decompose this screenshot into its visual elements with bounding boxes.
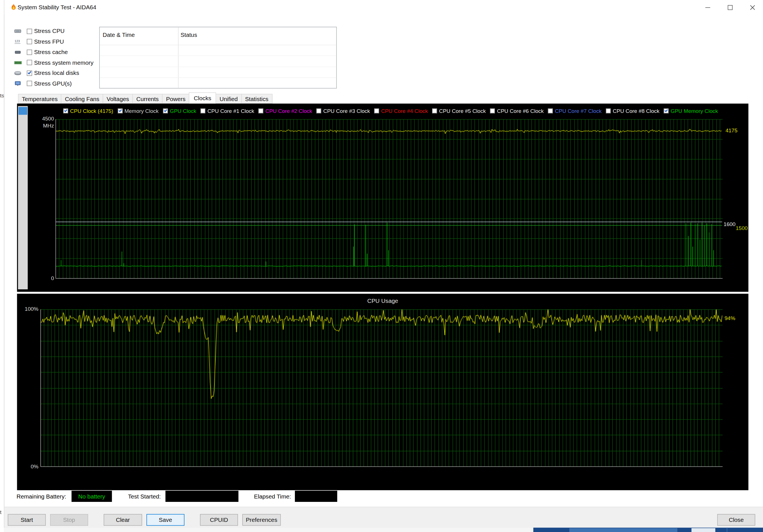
log-column-status: Status — [180, 32, 197, 38]
window-title: System Stability Test - AIDA64 — [18, 0, 96, 15]
cpu-usage-title: CPU Usage — [17, 298, 748, 304]
legend-checkbox[interactable] — [117, 108, 122, 113]
stress-fpu-checkbox[interactable] — [27, 39, 32, 44]
stress-cpu-checkbox[interactable] — [27, 29, 32, 34]
legend-checkbox[interactable] — [664, 108, 669, 113]
gpu-memory-clock-value-label: 1500 — [736, 225, 747, 231]
app-flame-icon — [10, 3, 18, 11]
taskbar-progress-fragment — [569, 528, 677, 532]
close-dialog-button[interactable]: Close — [717, 514, 755, 526]
cpu-usage-chart-canvas — [40, 310, 722, 467]
tab-voltages[interactable]: Voltages — [103, 94, 133, 104]
stress-local-disks-checkbox[interactable] — [27, 70, 32, 76]
bottom-edge-strip — [4, 528, 763, 532]
cache-icon — [14, 49, 24, 55]
memory-icon — [14, 60, 24, 65]
legend-item-memory-clock[interactable]: Memory Clock — [117, 108, 159, 114]
legend-checkbox[interactable] — [259, 108, 263, 113]
memory-clock-value-label: 1600 — [723, 221, 735, 227]
stress-row-local-disks: Stress local disks — [14, 70, 93, 76]
button-bar: Start Stop Clear Save CPUID Preferences … — [5, 507, 763, 527]
tab-statistics[interactable]: Statistics — [241, 94, 272, 104]
legend-checkbox[interactable] — [432, 108, 437, 113]
test-log-table[interactable]: Date & Time Status — [99, 27, 337, 88]
save-button[interactable]: Save — [147, 514, 184, 526]
stress-row-memory: Stress system memory — [14, 60, 93, 65]
titlebar[interactable]: System Stability Test - AIDA64 — [5, 0, 763, 15]
cpu-clock-value-label: 4175 — [725, 128, 737, 133]
log-empty-row — [100, 78, 336, 89]
legend-item-cpu-core-2[interactable]: CPU Core #2 Clock — [259, 108, 312, 114]
stress-row-cache: Stress cache — [14, 49, 93, 55]
clear-button[interactable]: Clear — [104, 514, 142, 526]
log-empty-row — [100, 67, 336, 78]
legend-item-cpu-core-3[interactable]: CPU Core #3 Clock — [317, 108, 370, 114]
disk-icon — [14, 70, 24, 76]
legend-item-cpu-core-5[interactable]: CPU Core #5 Clock — [432, 108, 486, 114]
sensor-tabs: Temperatures Cooling Fans Voltages Curre… — [18, 93, 272, 104]
stress-system-memory-checkbox[interactable] — [27, 60, 32, 65]
log-empty-row — [100, 56, 336, 67]
preferences-button[interactable]: Preferences — [242, 514, 280, 526]
legend-item-cpu-core-6[interactable]: CPU Core #6 Clock — [490, 108, 544, 114]
battery-status-value: No battery — [78, 493, 105, 500]
chart-vertical-slider-thumb[interactable] — [19, 107, 27, 115]
tab-temperatures[interactable]: Temperatures — [18, 94, 61, 104]
stress-options-group: Stress CPU 123 Stress FPU Stress cache — [14, 28, 93, 86]
legend-checkbox[interactable] — [317, 108, 321, 113]
taskbar-button-fragment — [692, 528, 715, 532]
stress-row-fpu: 123 Stress FPU — [14, 39, 93, 44]
cpu-usage-value-label: 94% — [725, 315, 735, 321]
legend-checkbox[interactable] — [490, 108, 495, 113]
cpu-usage-chart-panel: CPU Usage 100% 0% 94% — [17, 294, 748, 490]
legend-item-gpu-clock[interactable]: GPU Clock — [163, 108, 196, 114]
background-text-fragment: ts — [0, 92, 4, 98]
tab-cooling-fans[interactable]: Cooling Fans — [61, 94, 103, 104]
battery-status-box: No battery — [71, 490, 112, 502]
legend-checkbox[interactable] — [548, 108, 553, 113]
test-started-box — [165, 490, 238, 502]
elapsed-time-box — [295, 490, 337, 502]
stress-gpu-checkbox[interactable] — [27, 81, 32, 86]
log-column-date-time: Date & Time — [103, 32, 135, 38]
chart-vertical-slider[interactable] — [18, 106, 28, 289]
clocks-legend: CPU Clock (4175) Memory Clock GPU Clock … — [63, 108, 745, 114]
clocks-chart-canvas — [55, 119, 723, 279]
stress-row-gpu: Stress GPU(s) — [14, 80, 93, 86]
tab-powers[interactable]: Powers — [162, 94, 189, 104]
legend-item-cpu-core-8[interactable]: CPU Core #8 Clock — [606, 108, 659, 114]
cpu-icon — [14, 28, 24, 34]
taskbar-fragment — [533, 528, 763, 532]
legend-checkbox[interactable] — [606, 108, 610, 113]
start-button[interactable]: Start — [8, 514, 46, 526]
y-axis-max-label: 4500 — [37, 116, 54, 122]
legend-item-cpu-core-7[interactable]: CPU Core #7 Clock — [548, 108, 601, 114]
cpuid-button[interactable]: CPUID — [200, 514, 238, 526]
legend-item-cpu-core-1[interactable]: CPU Core #1 Clock — [200, 108, 254, 114]
aida64-stability-test-window: System Stability Test - AIDA64 Stress CP… — [4, 0, 763, 528]
legend-item-gpu-memory-clock[interactable]: GPU Memory Clock — [664, 108, 718, 114]
legend-checkbox[interactable] — [163, 108, 168, 113]
legend-checkbox[interactable] — [374, 108, 379, 113]
elapsed-time-label: Elapsed Time: — [254, 492, 291, 501]
usage-y-min-label: 0% — [19, 463, 38, 469]
svg-text:123: 123 — [15, 39, 20, 43]
maximize-button[interactable] — [719, 0, 741, 15]
tab-currents[interactable]: Currents — [132, 94, 163, 104]
legend-item-cpu-core-4[interactable]: CPU Core #4 Clock — [374, 108, 428, 114]
tab-unified[interactable]: Unified — [216, 94, 242, 104]
fpu-icon: 123 — [14, 39, 24, 44]
stop-button: Stop — [50, 514, 88, 526]
log-table-header: Date & Time Status — [100, 27, 336, 45]
test-started-label: Test Started: — [128, 492, 161, 501]
legend-checkbox[interactable] — [63, 108, 68, 113]
legend-item-cpu-clock[interactable]: CPU Clock (4175) — [63, 108, 113, 114]
stress-cache-checkbox[interactable] — [27, 49, 32, 54]
legend-checkbox[interactable] — [200, 108, 205, 113]
remaining-battery-label: Remaining Battery: — [17, 492, 66, 501]
log-empty-row — [100, 45, 336, 56]
tab-clocks[interactable]: Clocks — [189, 92, 216, 104]
clocks-chart-panel: CPU Clock (4175) Memory Clock GPU Clock … — [17, 104, 748, 292]
close-button[interactable] — [741, 0, 763, 15]
minimize-button[interactable] — [696, 0, 718, 15]
